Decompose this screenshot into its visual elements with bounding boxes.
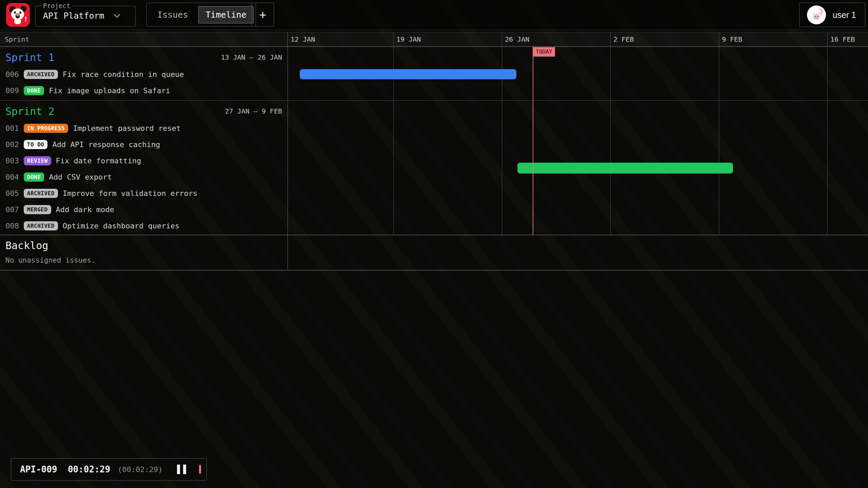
issue-title: Improve form validation errors bbox=[63, 189, 197, 198]
project-select[interactable]: Project API Platform bbox=[35, 2, 136, 26]
tab-timeline[interactable]: Timeline bbox=[198, 6, 253, 23]
sprint-title[interactable]: Sprint 1 bbox=[5, 52, 55, 63]
issue-title: Fix image uploads on Safari bbox=[49, 86, 170, 95]
sprint-section-1: Sprint 113 JAN – 26 JAN006ARCHIVEDFix ra… bbox=[0, 46, 288, 100]
sprint-date-range: 27 JAN – 9 FEB bbox=[225, 107, 282, 115]
today-marker-label: TODAY bbox=[533, 47, 555, 57]
timeline-header-row: Sprint 12 JAN19 JAN26 JAN2 FEB9 FEB16 FE… bbox=[0, 32, 868, 46]
koala-icon: ! bbox=[8, 5, 28, 25]
gantt-bar-issue-003[interactable] bbox=[517, 163, 733, 174]
issue-row-008[interactable]: 008ARCHIVEDOptimize dashboard queries bbox=[0, 218, 288, 234]
view-tab-group: Issues Timeline bbox=[146, 3, 256, 26]
top-bar: ! Project API Platform Issues Timeline + bbox=[0, 0, 868, 30]
column-header-16-feb: 16 FEB bbox=[830, 35, 855, 43]
issue-row-007[interactable]: 007MERGEDAdd dark mode bbox=[0, 201, 288, 218]
grid-vline bbox=[827, 32, 828, 235]
sprint-date-range: 13 JAN – 26 JAN bbox=[221, 53, 282, 61]
issue-title: Add dark mode bbox=[56, 205, 114, 214]
column-header-26-jan: 26 JAN bbox=[505, 35, 529, 43]
status-badge: ARCHIVED bbox=[24, 221, 58, 230]
sprint-column-header: Sprint bbox=[5, 35, 29, 43]
add-button[interactable]: + bbox=[252, 3, 274, 26]
issue-number: 003 bbox=[5, 157, 19, 165]
svg-text:!: ! bbox=[24, 15, 28, 23]
gantt-bar-issue-006[interactable] bbox=[300, 69, 516, 79]
grid-vline bbox=[719, 32, 719, 235]
today-marker-line bbox=[533, 46, 533, 235]
issue-title: Add CSV export bbox=[49, 173, 112, 181]
column-header-2-feb: 2 FEB bbox=[613, 35, 634, 43]
user-avatar bbox=[807, 5, 826, 24]
project-select-label: Project bbox=[41, 2, 72, 9]
column-header-9-feb: 9 FEB bbox=[722, 35, 742, 43]
status-badge: IN PROGRESS bbox=[24, 124, 68, 133]
sprint-title[interactable]: Sprint 2 bbox=[5, 105, 55, 117]
issue-number: 008 bbox=[5, 222, 19, 230]
issue-number: 002 bbox=[5, 140, 19, 149]
column-header-19-jan: 19 JAN bbox=[396, 35, 421, 43]
grid-vline bbox=[393, 32, 394, 235]
timer-issue-and-elapsed: API-009 00:02:29 bbox=[20, 464, 110, 474]
issue-title: Implement password reset bbox=[73, 124, 181, 133]
status-badge: ARCHIVED bbox=[24, 189, 58, 198]
grid-vline bbox=[610, 32, 611, 235]
issue-number: 004 bbox=[5, 173, 19, 181]
user-name: user 1 bbox=[833, 10, 856, 20]
user-menu-button[interactable]: user 1 bbox=[799, 3, 865, 27]
issue-number: 005 bbox=[5, 189, 19, 198]
issue-row-009[interactable]: 009DONEFix image uploads on Safari bbox=[0, 82, 288, 99]
backlog-title: Backlog bbox=[0, 235, 288, 251]
column-header-12-jan: 12 JAN bbox=[291, 35, 315, 43]
pause-icon[interactable] bbox=[176, 463, 188, 475]
backlog-empty-text: No unassigned issues. bbox=[0, 251, 288, 264]
avatar-creature-icon bbox=[809, 7, 824, 22]
status-badge: ARCHIVED bbox=[24, 70, 58, 79]
issue-row-004[interactable]: 004DONEAdd CSV export bbox=[0, 169, 288, 185]
stop-icon[interactable] bbox=[199, 465, 201, 474]
issue-title: Optimize dashboard queries bbox=[63, 222, 179, 230]
issue-title: Fix race condition in queue bbox=[63, 70, 184, 79]
time-tracker-widget: API-009 00:02:29 (00:02:29) bbox=[11, 458, 207, 481]
status-badge: DONE bbox=[24, 172, 44, 182]
issue-row-001[interactable]: 001IN PROGRESSImplement password reset bbox=[0, 120, 288, 136]
issue-title: Fix date formatting bbox=[56, 157, 141, 165]
status-badge: MERGED bbox=[24, 205, 51, 214]
issue-row-002[interactable]: 002TO DOAdd API response caching bbox=[0, 136, 288, 152]
grid-vline bbox=[502, 32, 502, 235]
backlog-section: Backlog No unassigned issues. bbox=[0, 235, 288, 270]
issue-number: 007 bbox=[5, 205, 19, 214]
chevron-down-icon bbox=[113, 14, 121, 18]
timer-total: (00:02:29) bbox=[118, 465, 162, 474]
status-badge: REVIEW bbox=[24, 156, 51, 165]
grid-vline bbox=[288, 32, 288, 270]
issue-title: Add API response caching bbox=[52, 140, 160, 149]
app-logo-koala-icon[interactable]: ! bbox=[6, 3, 30, 27]
sprint-section-2: Sprint 227 JAN – 9 FEB001IN PROGRESSImpl… bbox=[0, 100, 288, 235]
status-badge: DONE bbox=[24, 86, 44, 95]
issue-number: 006 bbox=[5, 70, 19, 79]
issue-row-003[interactable]: 003REVIEWFix date formatting bbox=[0, 152, 288, 169]
issue-row-005[interactable]: 005ARCHIVEDImprove form validation error… bbox=[0, 185, 288, 201]
project-name: API Platform bbox=[43, 11, 104, 21]
issue-number: 009 bbox=[5, 86, 19, 95]
issue-row-006[interactable]: 006ARCHIVEDFix race condition in queue bbox=[0, 66, 288, 82]
issue-number: 001 bbox=[5, 124, 19, 133]
status-badge: TO DO bbox=[24, 140, 48, 149]
grid-hline bbox=[0, 270, 868, 270]
app-root: ! Project API Platform Issues Timeline + bbox=[0, 0, 868, 488]
tab-issues[interactable]: Issues bbox=[149, 6, 196, 23]
